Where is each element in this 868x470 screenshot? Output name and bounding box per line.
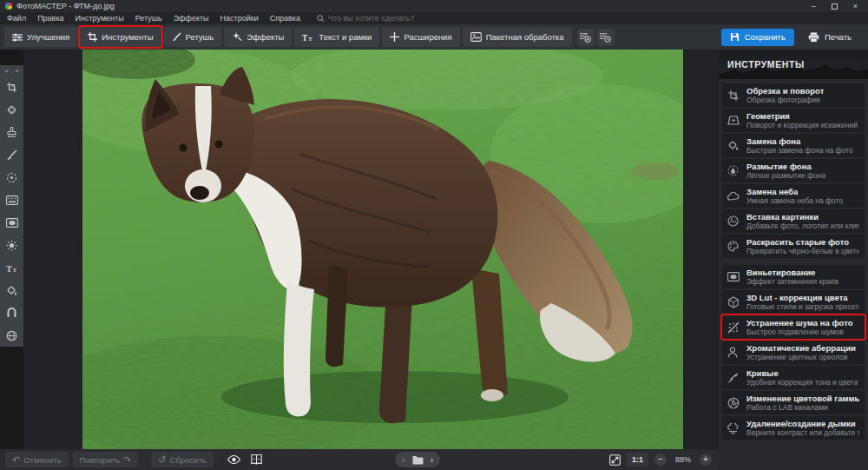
undo-button[interactable]: ↶ Отменить bbox=[5, 452, 69, 467]
menu-bar: Файл Правка Инструменты Ретушь Эффекты Н… bbox=[0, 12, 868, 24]
redo-button[interactable]: Повторить ↷ bbox=[73, 452, 139, 467]
menu-settings[interactable]: Настройки bbox=[220, 14, 259, 23]
sun-icon bbox=[6, 240, 17, 251]
text-tool-icon: T т bbox=[6, 263, 18, 273]
menu-retouch[interactable]: Ретушь bbox=[135, 14, 162, 23]
plus-icon bbox=[390, 32, 399, 42]
tool-crop-rotate[interactable] bbox=[0, 76, 23, 98]
menu-help[interactable]: Справка bbox=[270, 14, 300, 23]
magnet-icon bbox=[6, 308, 17, 318]
crop-rotate-icon bbox=[727, 89, 740, 102]
sliders-icon bbox=[12, 33, 23, 42]
folder-icon[interactable] bbox=[412, 455, 424, 465]
panel-close-icon[interactable]: × bbox=[4, 67, 9, 76]
tool-vignette[interactable] bbox=[0, 211, 23, 234]
brush-icon bbox=[172, 32, 181, 42]
tool-brightness[interactable] bbox=[0, 234, 23, 256]
insert-picture-icon bbox=[727, 215, 739, 227]
tool-item-curves[interactable]: Кривые Удобная коррекция тона и цвета bbox=[722, 366, 865, 389]
main-toolbar: Улучшения Инструменты Ретушь Эффекты T т… bbox=[0, 24, 868, 50]
tool-heal-patch[interactable] bbox=[0, 98, 23, 121]
haze-icon bbox=[727, 423, 740, 434]
panel-collapse-icon[interactable]: « bbox=[16, 67, 19, 76]
search-box[interactable]: Что вы хотите сделать? bbox=[317, 14, 415, 23]
tab-enhancements[interactable]: Улучшения bbox=[4, 27, 77, 47]
tool-item-background-blur[interactable]: Размытие фона Лёгкое размытие фона bbox=[722, 159, 865, 182]
tool-item-background-replace[interactable]: Замена фона Быстрая замена фона на фото bbox=[722, 134, 865, 157]
paint-bucket-icon bbox=[727, 140, 739, 151]
tool-sky-replace[interactable] bbox=[0, 301, 23, 324]
prev-photo-icon[interactable]: ‹ bbox=[402, 453, 405, 467]
close-icon[interactable]: × bbox=[853, 0, 858, 12]
tool-item-haze[interactable]: Удаление/создание дымки Верните контраст… bbox=[722, 416, 865, 440]
3d-lut-icon bbox=[727, 296, 740, 308]
tool-clone-stamp[interactable] bbox=[0, 121, 23, 143]
actual-size-button[interactable]: 1:1 bbox=[627, 453, 648, 467]
tools-panel-header: ИНСТРУМЕНТЫ bbox=[719, 50, 868, 79]
color-wheel-icon bbox=[727, 397, 740, 409]
tool-fill-background[interactable] bbox=[0, 279, 23, 301]
radial-filter-icon bbox=[6, 172, 17, 183]
photo-navigator: ‹ › bbox=[395, 452, 440, 467]
menu-tools[interactable]: Инструменты bbox=[76, 14, 124, 23]
vignette-icon bbox=[6, 218, 18, 228]
crop-rotate-icon bbox=[6, 82, 17, 93]
tool-item-chromatic-aberration[interactable]: Хроматические аберрации Устранение цветн… bbox=[722, 341, 865, 364]
cloud-icon bbox=[727, 192, 740, 201]
undo-icon: ↶ bbox=[12, 455, 20, 465]
tab-tools[interactable]: Инструменты bbox=[80, 27, 161, 47]
tab-retouch[interactable]: Ретушь bbox=[164, 27, 222, 47]
zoom-in-button[interactable]: + bbox=[700, 453, 712, 466]
photo-dog-on-grass bbox=[82, 50, 683, 449]
maximize-icon[interactable] bbox=[832, 3, 838, 10]
magic-wand-icon bbox=[232, 32, 242, 42]
save-icon bbox=[730, 32, 740, 42]
tool-item-sky-replace[interactable]: Замена неба Умная замена неба на фото bbox=[722, 184, 865, 208]
vignette-icon bbox=[727, 272, 740, 281]
menu-effects[interactable]: Эффекты bbox=[174, 14, 209, 23]
tool-item-colorize-old-photos[interactable]: Раскрасить старые фото Превратить чёрно-… bbox=[722, 235, 865, 258]
brush-icon bbox=[6, 149, 17, 161]
tool-brush[interactable] bbox=[0, 143, 23, 166]
zoom-out-button[interactable]: − bbox=[654, 453, 667, 466]
tool-item-vignette[interactable]: Виньетирование Эффект затемнения краёв bbox=[722, 265, 865, 288]
tool-radial-filter[interactable] bbox=[0, 166, 23, 189]
menu-file[interactable]: Файл bbox=[7, 14, 26, 23]
tab-text-frames[interactable]: T т Текст и рамки bbox=[294, 27, 379, 47]
tool-item-3d-lut[interactable]: 3D Lut - коррекция цвета Готовые стили и… bbox=[722, 290, 865, 314]
print-button[interactable]: Печать bbox=[801, 29, 858, 46]
chromatic-aberration-icon bbox=[727, 347, 738, 358]
window-title: ФотоМАСТЕР - ФТМ-до.jpg bbox=[16, 2, 115, 10]
tab-extensions[interactable]: Расширения bbox=[382, 27, 459, 47]
tool-item-geometry[interactable]: Геометрия Поворот и коррекция искажений bbox=[722, 109, 865, 132]
graduated-filter-icon bbox=[6, 195, 18, 205]
reset-button[interactable]: ↺ Сбросить bbox=[151, 452, 213, 467]
before-after-icon bbox=[251, 454, 262, 465]
minimize-icon[interactable]: – bbox=[812, 0, 816, 12]
noise-removal-icon bbox=[727, 321, 740, 334]
tool-item-crop-rotate[interactable]: Обрезка и поворот Обрезка фотографии bbox=[722, 83, 865, 107]
apply-preset-history-button[interactable] bbox=[597, 29, 615, 46]
main-area: × « bbox=[0, 50, 868, 470]
tool-item-insert-picture[interactable]: Вставка картинки Добавьте фото, логотип … bbox=[722, 209, 865, 233]
fit-screen-icon[interactable] bbox=[609, 454, 621, 466]
before-after-button[interactable] bbox=[247, 452, 266, 467]
tool-item-noise-removal[interactable]: Устранение шума на фото Быстрое подавлен… bbox=[722, 315, 865, 339]
tool-graduated-filter[interactable] bbox=[0, 189, 23, 211]
tool-text[interactable]: T т bbox=[0, 256, 23, 279]
next-photo-icon[interactable]: › bbox=[431, 453, 434, 467]
tab-batch-processing[interactable]: Пакетная обработка bbox=[463, 27, 572, 47]
menu-edit[interactable]: Правка bbox=[37, 14, 63, 23]
show-original-button[interactable] bbox=[225, 452, 244, 467]
tool-item-color-gamma[interactable]: Изменение цветовой гаммы Работа с LAB ка… bbox=[722, 391, 865, 414]
apply-preset-add-button[interactable] bbox=[577, 29, 595, 46]
tool-list: Обрезка и поворот Обрезка фотографии Гео… bbox=[719, 79, 868, 440]
printer-icon bbox=[808, 32, 819, 43]
tools-panel: ИНСТРУМЕНТЫ Обрезка и поворот Обрезка фо… bbox=[719, 50, 868, 470]
text-icon: T т bbox=[302, 33, 314, 42]
tool-3d-lut-sphere[interactable] bbox=[0, 324, 23, 347]
reset-icon: ↺ bbox=[158, 455, 166, 465]
tab-effects[interactable]: Эффекты bbox=[224, 27, 292, 47]
save-button[interactable]: Сохранить bbox=[721, 29, 794, 46]
heal-patch-icon bbox=[6, 104, 17, 116]
